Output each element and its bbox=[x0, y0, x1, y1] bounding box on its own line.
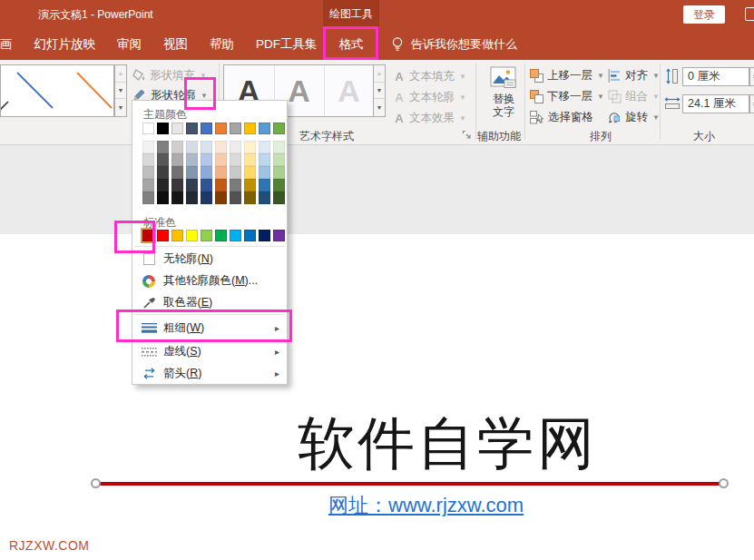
standard-color-swatch[interactable] bbox=[259, 230, 270, 241]
theme-color-swatch[interactable] bbox=[273, 123, 285, 134]
drawing-tools-context-tab[interactable]: 绘图工具 bbox=[323, 0, 379, 27]
rotate-button[interactable]: 旋转 ▼ bbox=[608, 110, 660, 125]
theme-variant-swatch[interactable] bbox=[142, 179, 154, 192]
theme-variant-swatch[interactable] bbox=[259, 141, 270, 153]
standard-color-swatch[interactable] bbox=[157, 230, 169, 241]
theme-variant-swatch[interactable] bbox=[273, 141, 285, 153]
theme-variant-swatch[interactable] bbox=[244, 192, 256, 204]
theme-variant-swatch[interactable] bbox=[171, 179, 183, 192]
shape-gallery-scrollbar[interactable]: ▲ ▼ ▼ bbox=[114, 64, 127, 117]
theme-variant-swatch[interactable] bbox=[273, 153, 285, 166]
theme-variant-swatch[interactable] bbox=[215, 153, 227, 166]
shape-fill-button[interactable]: 形状填充 ▼ bbox=[132, 68, 207, 84]
send-backward-button[interactable]: 下移一层 ▼ bbox=[530, 89, 604, 104]
slide-hyperlink-text[interactable]: 网址：www.rjzxw.com bbox=[328, 492, 524, 519]
theme-variant-swatch[interactable] bbox=[157, 141, 169, 153]
theme-variant-swatch[interactable] bbox=[186, 166, 198, 179]
theme-variant-swatch[interactable] bbox=[244, 179, 256, 192]
menu-item-arrows[interactable]: 箭头(R)▸ bbox=[133, 363, 287, 384]
theme-variant-swatch[interactable] bbox=[142, 192, 154, 204]
theme-variant-swatch[interactable] bbox=[201, 141, 212, 153]
gallery-more-icon[interactable]: ▼ bbox=[115, 99, 126, 116]
sign-in-button[interactable]: 登录 bbox=[683, 5, 725, 24]
standard-color-swatch[interactable] bbox=[244, 230, 256, 241]
theme-variant-swatch[interactable] bbox=[244, 141, 256, 153]
gallery-scroll-up-icon[interactable]: ▲ bbox=[115, 65, 126, 83]
theme-variant-swatch[interactable] bbox=[273, 166, 285, 179]
theme-variant-swatch[interactable] bbox=[157, 166, 169, 179]
chevron-down-icon[interactable]: ▼ bbox=[652, 113, 660, 122]
red-line-shape[interactable] bbox=[100, 482, 724, 486]
theme-color-swatch[interactable] bbox=[157, 123, 169, 134]
shape-height-field[interactable]: 0 厘米 bbox=[682, 67, 749, 86]
chevron-down-icon[interactable]: ▼ bbox=[652, 72, 660, 80]
theme-variant-swatch[interactable] bbox=[215, 141, 227, 153]
theme-variant-swatch[interactable] bbox=[244, 153, 256, 166]
theme-variant-swatch[interactable] bbox=[186, 179, 198, 192]
line-endpoint-handle[interactable] bbox=[719, 478, 729, 488]
wordart-gallery-scrollbar[interactable]: ▲ ▼ ▼ bbox=[373, 64, 386, 117]
slide-headline-text[interactable]: 软件自学网 bbox=[298, 405, 597, 483]
theme-variant-swatch[interactable] bbox=[230, 166, 241, 179]
theme-variant-swatch[interactable] bbox=[157, 153, 169, 166]
theme-color-swatch[interactable] bbox=[259, 123, 270, 134]
ribbon-tab-4[interactable]: 视图 bbox=[152, 28, 199, 60]
shape-styles-gallery[interactable] bbox=[0, 64, 114, 117]
theme-color-swatch[interactable] bbox=[244, 123, 256, 134]
text-fill-button[interactable]: A 文本填充 ▼ bbox=[393, 69, 466, 84]
theme-variant-swatch[interactable] bbox=[142, 153, 154, 166]
theme-variant-swatch[interactable] bbox=[142, 166, 154, 179]
theme-color-swatch[interactable] bbox=[142, 123, 154, 134]
ribbon-tab-5[interactable]: 帮助 bbox=[199, 28, 245, 60]
standard-color-swatch[interactable] bbox=[273, 230, 285, 241]
ribbon-tab-2[interactable]: 幻灯片放映 bbox=[24, 28, 107, 60]
gallery-scroll-down-icon[interactable]: ▼ bbox=[374, 83, 385, 100]
standard-color-swatch[interactable] bbox=[230, 230, 241, 241]
theme-variant-swatch[interactable] bbox=[259, 153, 270, 166]
theme-variant-swatch[interactable] bbox=[186, 141, 198, 153]
theme-variant-swatch[interactable] bbox=[201, 179, 212, 192]
line-endpoint-handle[interactable] bbox=[91, 478, 101, 488]
dialog-launcher-icon[interactable] bbox=[462, 130, 472, 140]
menu-item-no-outline[interactable]: 无轮廓(N) bbox=[133, 249, 287, 270]
ribbon-tab-1[interactable]: 画 bbox=[0, 28, 24, 60]
text-outline-button[interactable]: A 文本轮廓 ▼ bbox=[393, 90, 466, 105]
bring-forward-button[interactable]: 上移一层 ▼ bbox=[530, 68, 604, 84]
chevron-down-icon[interactable]: ▼ bbox=[597, 93, 604, 101]
theme-variant-swatch[interactable] bbox=[201, 192, 212, 204]
alt-text-button[interactable]: 替换 文字 bbox=[483, 64, 524, 126]
ribbon-tab-6[interactable]: PDF工具集 bbox=[245, 28, 328, 60]
theme-variant-swatch[interactable] bbox=[186, 192, 198, 204]
theme-variant-swatch[interactable] bbox=[215, 179, 227, 192]
theme-variant-swatch[interactable] bbox=[230, 141, 241, 153]
theme-color-swatch[interactable] bbox=[201, 123, 212, 134]
theme-variant-swatch[interactable] bbox=[157, 179, 169, 192]
theme-variant-swatch[interactable] bbox=[230, 179, 241, 192]
menu-item-weight[interactable]: 粗细(W)▸ bbox=[133, 317, 287, 339]
wordart-style-thumb[interactable]: A bbox=[324, 65, 373, 116]
chevron-down-icon[interactable]: ▼ bbox=[201, 92, 208, 100]
align-button[interactable]: 对齐 ▼ bbox=[608, 68, 660, 84]
theme-color-swatch[interactable] bbox=[230, 123, 241, 134]
theme-variant-swatch[interactable] bbox=[259, 179, 270, 192]
menu-item-dashes[interactable]: 虚线(S)▸ bbox=[133, 341, 287, 362]
theme-variant-swatch[interactable] bbox=[201, 153, 212, 166]
gallery-more-icon[interactable]: ▼ bbox=[374, 99, 385, 116]
menu-item-eyedropper[interactable]: 取色器(E) bbox=[133, 292, 287, 313]
width-spinner[interactable] bbox=[749, 94, 754, 113]
theme-variant-swatch[interactable] bbox=[273, 179, 285, 192]
chevron-down-icon[interactable]: ▼ bbox=[597, 72, 604, 80]
ribbon-tab-3[interactable]: 审阅 bbox=[106, 28, 152, 60]
theme-color-swatch[interactable] bbox=[171, 123, 183, 134]
ribbon-display-options-icon[interactable] bbox=[745, 7, 754, 21]
gallery-scroll-down-icon[interactable]: ▼ bbox=[115, 83, 126, 100]
theme-variant-swatch[interactable] bbox=[230, 192, 241, 204]
theme-variant-swatch[interactable] bbox=[171, 141, 183, 153]
menu-item-more-outline-colors[interactable]: 其他轮廓颜色(M)... bbox=[133, 270, 287, 291]
theme-variant-swatch[interactable] bbox=[259, 166, 270, 179]
theme-variant-swatch[interactable] bbox=[157, 192, 169, 204]
theme-variant-swatch[interactable] bbox=[259, 192, 270, 204]
theme-variant-swatch[interactable] bbox=[186, 153, 198, 166]
standard-color-swatch[interactable] bbox=[186, 230, 198, 241]
ribbon-tab-7[interactable]: 格式 bbox=[328, 28, 375, 60]
